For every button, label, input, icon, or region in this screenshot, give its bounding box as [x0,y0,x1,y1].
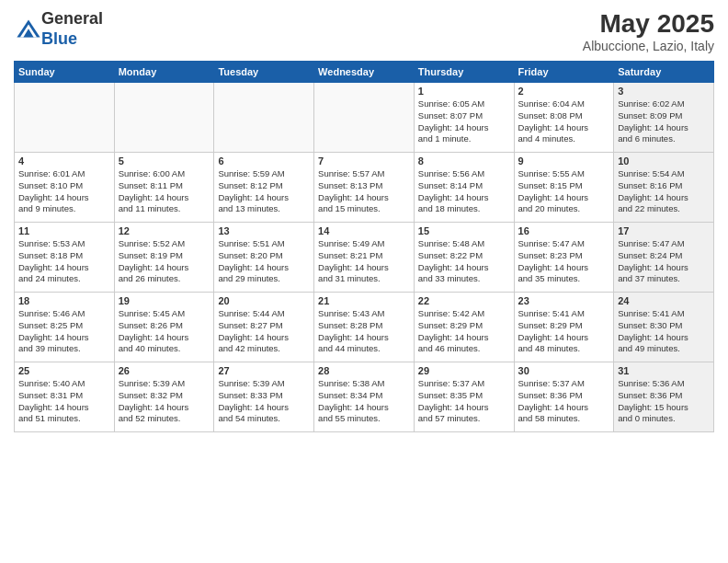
calendar-header-monday: Monday [114,62,214,83]
day-info: Sunrise: 5:46 AM Sunset: 8:25 PM Dayligh… [18,308,110,355]
day-info: Sunrise: 5:47 AM Sunset: 8:23 PM Dayligh… [518,238,610,285]
calendar-cell: 31Sunrise: 5:36 AM Sunset: 8:36 PM Dayli… [614,362,714,432]
day-number: 9 [518,155,610,167]
day-info: Sunrise: 5:53 AM Sunset: 8:18 PM Dayligh… [18,238,110,285]
calendar-week-1: 4Sunrise: 6:01 AM Sunset: 8:10 PM Daylig… [15,153,714,223]
day-number: 10 [618,155,710,167]
day-number: 7 [318,155,410,167]
day-number: 22 [418,295,510,306]
day-info: Sunrise: 6:01 AM Sunset: 8:10 PM Dayligh… [18,168,110,215]
day-info: Sunrise: 5:38 AM Sunset: 8:34 PM Dayligh… [318,378,410,425]
day-info: Sunrise: 5:44 AM Sunset: 8:27 PM Dayligh… [218,308,310,355]
day-info: Sunrise: 5:41 AM Sunset: 8:29 PM Dayligh… [518,308,610,355]
calendar-cell: 3Sunrise: 6:02 AM Sunset: 8:09 PM Daylig… [614,83,714,153]
calendar-cell [314,83,415,153]
calendar-cell: 23Sunrise: 5:41 AM Sunset: 8:29 PM Dayli… [514,293,614,362]
calendar-cell: 15Sunrise: 5:48 AM Sunset: 8:22 PM Dayli… [414,223,514,293]
calendar-header-wednesday: Wednesday [314,62,415,83]
calendar: SundayMondayTuesdayWednesdayThursdayFrid… [14,61,714,432]
calendar-cell: 18Sunrise: 5:46 AM Sunset: 8:25 PM Dayli… [15,293,115,362]
header: General Blue May 2025 Albuccione, Lazio,… [14,9,714,53]
logo-general: General [41,9,103,28]
calendar-cell: 5Sunrise: 6:00 AM Sunset: 8:11 PM Daylig… [114,153,214,223]
day-info: Sunrise: 5:56 AM Sunset: 8:14 PM Dayligh… [418,168,510,215]
calendar-week-2: 11Sunrise: 5:53 AM Sunset: 8:18 PM Dayli… [15,223,714,293]
subtitle: Albuccione, Lazio, Italy [583,39,714,53]
day-number: 24 [618,295,710,306]
calendar-cell: 10Sunrise: 5:54 AM Sunset: 8:16 PM Dayli… [614,153,714,223]
day-info: Sunrise: 5:51 AM Sunset: 8:20 PM Dayligh… [218,238,310,285]
logo-icon [16,17,41,42]
day-info: Sunrise: 6:05 AM Sunset: 8:07 PM Dayligh… [418,98,510,145]
calendar-cell [214,83,314,153]
day-info: Sunrise: 5:59 AM Sunset: 8:12 PM Dayligh… [218,168,310,215]
calendar-cell: 22Sunrise: 5:42 AM Sunset: 8:29 PM Dayli… [414,293,514,362]
day-number: 17 [618,225,710,236]
day-info: Sunrise: 5:39 AM Sunset: 8:32 PM Dayligh… [119,378,210,425]
day-info: Sunrise: 5:47 AM Sunset: 8:24 PM Dayligh… [618,238,710,285]
day-number: 19 [119,295,210,306]
logo-blue: Blue [41,29,77,48]
calendar-cell: 21Sunrise: 5:43 AM Sunset: 8:28 PM Dayli… [314,293,415,362]
day-info: Sunrise: 5:48 AM Sunset: 8:22 PM Dayligh… [418,238,510,285]
day-number: 31 [618,365,710,376]
calendar-header-saturday: Saturday [614,62,714,83]
day-info: Sunrise: 5:49 AM Sunset: 8:21 PM Dayligh… [318,238,410,285]
day-info: Sunrise: 5:37 AM Sunset: 8:35 PM Dayligh… [418,378,510,425]
calendar-cell: 12Sunrise: 5:52 AM Sunset: 8:19 PM Dayli… [114,223,214,293]
calendar-cell: 9Sunrise: 5:55 AM Sunset: 8:15 PM Daylig… [514,153,614,223]
day-info: Sunrise: 6:02 AM Sunset: 8:09 PM Dayligh… [618,98,710,145]
day-info: Sunrise: 5:45 AM Sunset: 8:26 PM Dayligh… [119,308,210,355]
day-number: 1 [418,86,510,97]
calendar-header-friday: Friday [514,62,614,83]
day-number: 21 [318,295,410,306]
calendar-week-0: 1Sunrise: 6:05 AM Sunset: 8:07 PM Daylig… [15,83,714,153]
day-number: 2 [518,86,610,97]
day-number: 28 [318,365,410,376]
day-info: Sunrise: 5:37 AM Sunset: 8:36 PM Dayligh… [518,378,610,425]
day-number: 8 [418,155,510,167]
calendar-cell: 2Sunrise: 6:04 AM Sunset: 8:08 PM Daylig… [514,83,614,153]
day-info: Sunrise: 5:39 AM Sunset: 8:33 PM Dayligh… [218,378,310,425]
day-info: Sunrise: 5:43 AM Sunset: 8:28 PM Dayligh… [318,308,410,355]
day-number: 13 [218,225,310,236]
day-info: Sunrise: 5:54 AM Sunset: 8:16 PM Dayligh… [618,168,710,215]
day-number: 6 [218,155,310,167]
day-number: 29 [418,365,510,376]
day-info: Sunrise: 5:42 AM Sunset: 8:29 PM Dayligh… [418,308,510,355]
day-info: Sunrise: 5:52 AM Sunset: 8:19 PM Dayligh… [119,238,210,285]
calendar-week-3: 18Sunrise: 5:46 AM Sunset: 8:25 PM Dayli… [15,293,714,362]
day-number: 30 [518,365,610,376]
calendar-cell: 29Sunrise: 5:37 AM Sunset: 8:35 PM Dayli… [414,362,514,432]
day-number: 18 [18,295,110,306]
calendar-header-thursday: Thursday [414,62,514,83]
title-section: May 2025 Albuccione, Lazio, Italy [583,9,714,53]
day-info: Sunrise: 5:55 AM Sunset: 8:15 PM Dayligh… [518,168,610,215]
day-number: 20 [218,295,310,306]
day-info: Sunrise: 5:41 AM Sunset: 8:30 PM Dayligh… [618,308,710,355]
day-number: 3 [618,86,710,97]
calendar-cell: 20Sunrise: 5:44 AM Sunset: 8:27 PM Dayli… [214,293,314,362]
calendar-cell: 14Sunrise: 5:49 AM Sunset: 8:21 PM Dayli… [314,223,415,293]
calendar-cell: 4Sunrise: 6:01 AM Sunset: 8:10 PM Daylig… [15,153,115,223]
calendar-header-tuesday: Tuesday [214,62,314,83]
day-info: Sunrise: 5:57 AM Sunset: 8:13 PM Dayligh… [318,168,410,215]
calendar-cell: 8Sunrise: 5:56 AM Sunset: 8:14 PM Daylig… [414,153,514,223]
calendar-cell: 16Sunrise: 5:47 AM Sunset: 8:23 PM Dayli… [514,223,614,293]
calendar-cell: 24Sunrise: 5:41 AM Sunset: 8:30 PM Dayli… [614,293,714,362]
calendar-cell: 25Sunrise: 5:40 AM Sunset: 8:31 PM Dayli… [15,362,115,432]
calendar-cell: 13Sunrise: 5:51 AM Sunset: 8:20 PM Dayli… [214,223,314,293]
day-number: 14 [318,225,410,236]
calendar-cell: 17Sunrise: 5:47 AM Sunset: 8:24 PM Dayli… [614,223,714,293]
calendar-header-row: SundayMondayTuesdayWednesdayThursdayFrid… [15,62,714,83]
day-number: 25 [18,365,110,376]
calendar-cell: 28Sunrise: 5:38 AM Sunset: 8:34 PM Dayli… [314,362,415,432]
day-info: Sunrise: 5:36 AM Sunset: 8:36 PM Dayligh… [618,378,710,425]
calendar-cell [114,83,214,153]
day-number: 11 [18,225,110,236]
day-number: 5 [119,155,210,167]
day-info: Sunrise: 6:04 AM Sunset: 8:08 PM Dayligh… [518,98,610,145]
day-info: Sunrise: 6:00 AM Sunset: 8:11 PM Dayligh… [119,168,210,215]
logo-text: General Blue [41,9,103,49]
calendar-cell [15,83,115,153]
